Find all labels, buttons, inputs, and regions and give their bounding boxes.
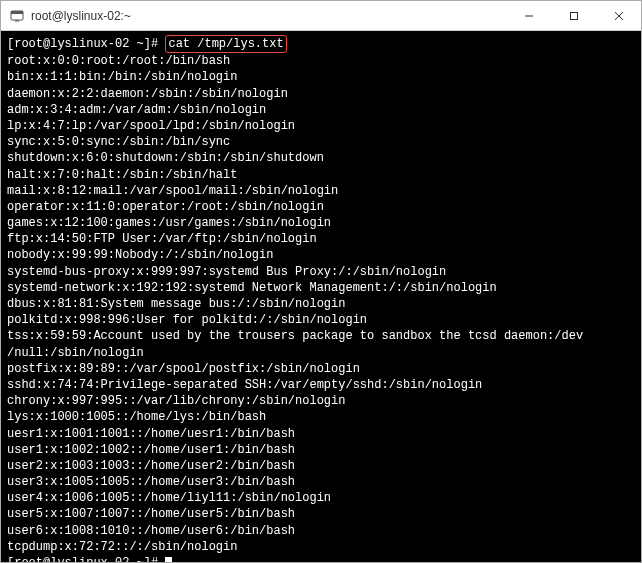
- output-line: /null:/sbin/nologin: [7, 345, 635, 361]
- output-line: lys:x:1000:1005::/home/lys:/bin/bash: [7, 409, 635, 425]
- output-line: games:x:12:100:games:/usr/games:/sbin/no…: [7, 215, 635, 231]
- output-line: operator:x:11:0:operator:/root:/sbin/nol…: [7, 199, 635, 215]
- prompt-line: [root@lyslinux-02 ~]# cat /tmp/lys.txt: [7, 35, 635, 53]
- output-line: dbus:x:81:81:System message bus:/:/sbin/…: [7, 296, 635, 312]
- terminal-window: root@lyslinux-02:~ [root@lyslinux-02 ~]#…: [0, 0, 642, 563]
- output-line: ftp:x:14:50:FTP User:/var/ftp:/sbin/nolo…: [7, 231, 635, 247]
- window-title: root@lyslinux-02:~: [31, 9, 131, 23]
- output-line: user6:x:1008:1010::/home/user6:/bin/bash: [7, 523, 635, 539]
- command-text: cat /tmp/lys.txt: [168, 37, 283, 51]
- titlebar: root@lyslinux-02:~: [1, 1, 641, 31]
- app-icon: [9, 8, 25, 24]
- output-line: user1:x:1002:1002::/home/user1:/bin/bash: [7, 442, 635, 458]
- output-line: polkitd:x:998:996:User for polkitd:/:/sb…: [7, 312, 635, 328]
- output-line: halt:x:7:0:halt:/sbin:/sbin/halt: [7, 167, 635, 183]
- shell-prompt: [root@lyslinux-02 ~]#: [7, 37, 165, 51]
- output-line: shutdown:x:6:0:shutdown:/sbin:/sbin/shut…: [7, 150, 635, 166]
- output-line: chrony:x:997:995::/var/lib/chrony:/sbin/…: [7, 393, 635, 409]
- output-line: postfix:x:89:89::/var/spool/postfix:/sbi…: [7, 361, 635, 377]
- svg-rect-5: [570, 12, 577, 19]
- titlebar-left: root@lyslinux-02:~: [9, 8, 131, 24]
- close-button[interactable]: [596, 1, 641, 30]
- output-line: root:x:0:0:root:/root:/bin/bash: [7, 53, 635, 69]
- output-line: user2:x:1003:1003::/home/user2:/bin/bash: [7, 458, 635, 474]
- cursor: [165, 557, 172, 562]
- svg-rect-1: [11, 11, 23, 14]
- output-line: systemd-network:x:192:192:systemd Networ…: [7, 280, 635, 296]
- output-line: nobody:x:99:99:Nobody:/:/sbin/nologin: [7, 247, 635, 263]
- output-line: user3:x:1005:1005::/home/user3:/bin/bash: [7, 474, 635, 490]
- output-line: mail:x:8:12:mail:/var/spool/mail:/sbin/n…: [7, 183, 635, 199]
- maximize-button[interactable]: [551, 1, 596, 30]
- output-line: daemon:x:2:2:daemon:/sbin:/sbin/nologin: [7, 86, 635, 102]
- prompt-line: [root@lyslinux-02 ~]#: [7, 555, 635, 562]
- output-line: systemd-bus-proxy:x:999:997:systemd Bus …: [7, 264, 635, 280]
- command-highlight: cat /tmp/lys.txt: [165, 35, 286, 53]
- window-controls: [506, 1, 641, 30]
- output-line: uesr1:x:1001:1001::/home/uesr1:/bin/bash: [7, 426, 635, 442]
- output-line: sync:x:5:0:sync:/sbin:/bin/sync: [7, 134, 635, 150]
- output-line: sshd:x:74:74:Privilege-separated SSH:/va…: [7, 377, 635, 393]
- shell-prompt: [root@lyslinux-02 ~]#: [7, 556, 165, 562]
- output-line: bin:x:1:1:bin:/bin:/sbin/nologin: [7, 69, 635, 85]
- output-line: tss:x:59:59:Account used by the trousers…: [7, 328, 635, 344]
- output-line: adm:x:3:4:adm:/var/adm:/sbin/nologin: [7, 102, 635, 118]
- terminal-area[interactable]: [root@lyslinux-02 ~]# cat /tmp/lys.txtro…: [1, 31, 641, 562]
- output-line: lp:x:4:7:lp:/var/spool/lpd:/sbin/nologin: [7, 118, 635, 134]
- output-line: tcpdump:x:72:72::/:/sbin/nologin: [7, 539, 635, 555]
- output-line: user4:x:1006:1005::/home/liyl11:/sbin/no…: [7, 490, 635, 506]
- output-line: user5:x:1007:1007::/home/user5:/bin/bash: [7, 506, 635, 522]
- minimize-button[interactable]: [506, 1, 551, 30]
